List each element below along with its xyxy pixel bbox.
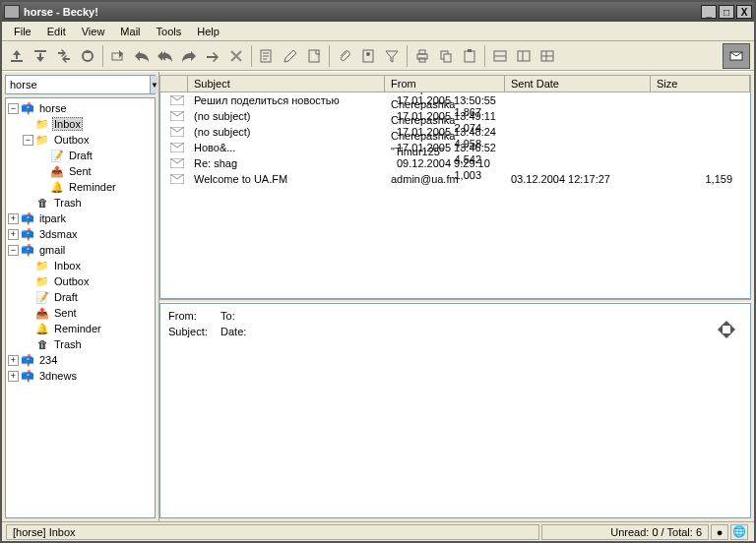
folder-icon: 📁	[35, 134, 49, 146]
tree-reminder[interactable]: 🔔Reminder	[6, 179, 155, 195]
toolbar-redirect-icon[interactable]	[202, 45, 223, 67]
mailbox-icon: 📫	[21, 102, 34, 114]
toolbar	[2, 41, 754, 71]
toolbar-send-icon[interactable]	[30, 45, 51, 67]
toolbar-print-icon[interactable]	[411, 45, 433, 67]
tree-account-gmail[interactable]: −📫gmail	[6, 242, 155, 258]
reminder-icon: 🔔	[35, 323, 49, 334]
app-icon	[4, 5, 20, 19]
folder-icon: 📁	[35, 260, 49, 272]
menu-help[interactable]: Help	[189, 24, 227, 39]
tree-account-234[interactable]: +📫234	[6, 352, 155, 368]
toolbar-forward-icon[interactable]	[178, 45, 200, 67]
column-icon[interactable]	[160, 76, 188, 91]
menu-tools[interactable]: Tools	[149, 24, 190, 39]
toolbar-view3-icon[interactable]	[536, 45, 558, 67]
menubar: File Edit View Mail Tools Help	[2, 22, 754, 41]
toolbar-sync-icon[interactable]	[77, 45, 98, 67]
preview-from-label: From:	[168, 310, 218, 322]
tree-account-3dsmax[interactable]: +📫3dsmax	[6, 226, 155, 242]
toolbar-view1-icon[interactable]	[489, 45, 511, 67]
cell-size: 1,159	[651, 173, 750, 185]
menu-view[interactable]: View	[74, 24, 113, 39]
mailbox-icon: 📫	[21, 228, 34, 240]
status-globe-icon[interactable]: 🌐	[730, 524, 748, 540]
arrow-down-icon[interactable]	[722, 333, 731, 343]
app-window: horse - Becky! _ □ X File Edit View Mail…	[0, 0, 756, 543]
toolbar-reply-icon[interactable]	[131, 45, 153, 67]
message-list-header: Subject From Sent Date Size	[159, 75, 751, 92]
svg-rect-12	[468, 49, 472, 52]
mailbox-icon: 📫	[21, 354, 34, 366]
toolbar-note-icon[interactable]	[303, 45, 325, 67]
maximize-button[interactable]: □	[719, 5, 734, 19]
column-sent[interactable]: Sent Date	[505, 76, 651, 91]
tree-inbox[interactable]: 📁Inbox	[6, 116, 155, 132]
titlebar[interactable]: horse - Becky! _ □ X	[2, 2, 754, 22]
column-from[interactable]: From	[385, 76, 505, 91]
tree-gmail-draft[interactable]: 📝Draft	[6, 289, 155, 305]
tree-gmail-outbox[interactable]: 📁Outbox	[6, 273, 155, 289]
trash-icon: 🗑	[35, 338, 49, 350]
toolbar-filter-icon[interactable]	[381, 45, 403, 67]
tree-sent[interactable]: 📤Sent	[6, 163, 155, 179]
tree-account-itpark[interactable]: +📫itpark	[6, 211, 155, 226]
arrow-left-icon[interactable]	[713, 325, 723, 334]
toolbar-compose-icon[interactable]	[256, 45, 278, 67]
tree-outbox[interactable]: −📁Outbox	[6, 132, 155, 148]
status-folder-path: [horse] Inbox	[6, 524, 539, 540]
toolbar-replyall-icon[interactable]	[155, 45, 176, 67]
toolbar-paste-icon[interactable]	[459, 45, 480, 67]
status-counts: Unread: 0 / Total: 6	[541, 524, 709, 540]
envelope-icon	[160, 111, 188, 121]
cell-subject: (no subject)	[188, 110, 385, 122]
tree-gmail-inbox[interactable]: 📁Inbox	[6, 258, 155, 273]
tree-gmail-reminder[interactable]: 🔔Reminder	[6, 321, 155, 336]
tree-account-horse[interactable]: −📫horse	[6, 100, 155, 116]
toolbar-edit-icon[interactable]	[280, 45, 301, 67]
statusbar: [horse] Inbox Unread: 0 / Total: 6 ● 🌐	[2, 521, 754, 541]
cell-subject: (no subject)	[188, 126, 385, 138]
folder-tree[interactable]: −📫horse 📁Inbox −📁Outbox 📝Draft 📤Sent 🔔Re…	[5, 97, 156, 518]
svg-point-5	[366, 52, 370, 56]
menu-file[interactable]: File	[6, 24, 39, 39]
tree-gmail-sent[interactable]: 📤Sent	[6, 305, 155, 321]
toolbar-move-icon[interactable]	[107, 45, 129, 67]
message-row[interactable]: Welcome to UA.FMadmin@ua.fm03.12.2004 12…	[160, 171, 750, 187]
toolbar-receive-icon[interactable]	[6, 45, 28, 67]
toolbar-delete-icon[interactable]	[225, 45, 247, 67]
trash-icon: 🗑	[35, 197, 49, 209]
close-button[interactable]: X	[736, 5, 752, 19]
message-row[interactable]: Re: shag"Timur125" 09.12.2004 9:29:101,0…	[160, 155, 750, 171]
menu-edit[interactable]: Edit	[39, 24, 74, 39]
tree-draft[interactable]: 📝Draft	[6, 148, 155, 163]
chevron-down-icon[interactable]: ▼	[150, 76, 158, 93]
tree-account-3dnews[interactable]: +📫3dnews	[6, 368, 155, 384]
tree-gmail-trash[interactable]: 🗑Trash	[6, 336, 155, 352]
message-list[interactable]: Решил поделиться новостьюCherepashka 17.…	[159, 92, 751, 299]
folder-icon: 📁	[35, 118, 49, 130]
draft-icon: 📝	[50, 150, 64, 161]
arrow-right-icon[interactable]	[730, 325, 740, 334]
tree-trash[interactable]: 🗑Trash	[6, 195, 155, 211]
menu-mail[interactable]: Mail	[112, 24, 148, 39]
toolbar-attach-icon[interactable]	[334, 45, 355, 67]
status-online-icon[interactable]: ●	[711, 524, 728, 540]
preview-to-label: To:	[220, 310, 270, 322]
window-title: horse - Becky!	[24, 6, 98, 18]
account-selector[interactable]: ▼	[5, 75, 156, 94]
toolbar-logo-icon[interactable]	[723, 43, 750, 69]
svg-rect-11	[465, 51, 474, 62]
toolbar-addressbook-icon[interactable]	[357, 45, 379, 67]
toolbar-view2-icon[interactable]	[513, 45, 535, 67]
column-subject[interactable]: Subject	[188, 76, 385, 91]
folder-icon: 📁	[35, 275, 49, 287]
sent-icon: 📤	[50, 165, 64, 177]
toolbar-sendrecv-icon[interactable]	[53, 45, 75, 67]
toolbar-copy-icon[interactable]	[435, 45, 457, 67]
account-selector-input[interactable]	[6, 76, 150, 93]
minimize-button[interactable]: _	[701, 5, 717, 19]
preview-nav-diamond[interactable]	[713, 316, 740, 343]
reminder-icon: 🔔	[50, 181, 64, 193]
column-size[interactable]: Size	[651, 76, 750, 91]
